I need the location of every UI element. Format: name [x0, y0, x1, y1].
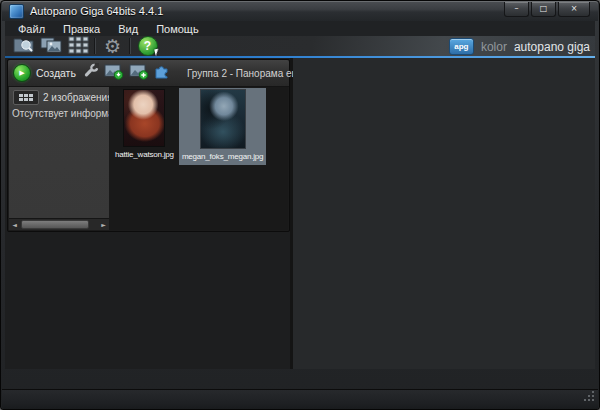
- thumbnail-cell-selected[interactable]: megan_foks_megan.jpg: [179, 88, 266, 165]
- group-info-panel: 2 изображения Отсутствует информация EXI…: [9, 87, 109, 219]
- close-button[interactable]: ×: [558, 2, 590, 17]
- import-images-button[interactable]: [104, 63, 124, 84]
- pictures-button[interactable]: [37, 36, 64, 56]
- brand-kolor: kolor: [481, 40, 507, 54]
- help-button[interactable]: ?: [134, 36, 161, 56]
- thumbnail-image: [201, 90, 245, 148]
- add-images-button[interactable]: [129, 63, 149, 84]
- horizontal-scrollbar[interactable]: ◄ ►: [9, 218, 109, 230]
- scrollbar-thumb[interactable]: [21, 220, 89, 229]
- brand-area: apg kolor autopano giga: [449, 38, 590, 55]
- minimize-button[interactable]: –: [504, 2, 529, 17]
- thumbnail-filename: megan_foks_megan.jpg: [182, 152, 263, 161]
- layout-grid-icon: [13, 90, 39, 105]
- wrench-icon: [83, 65, 99, 82]
- thumbnail-image: [124, 90, 164, 146]
- open-images-folder-icon: [12, 35, 36, 58]
- menu-edit[interactable]: Правка: [54, 23, 109, 35]
- play-icon: ▶: [19, 69, 24, 77]
- main-area: ▶ Создать: [5, 58, 595, 369]
- menu-view[interactable]: Вид: [109, 23, 147, 35]
- menu-file[interactable]: Файл: [9, 23, 54, 35]
- thumbnail-cell[interactable]: hattie_watson.jpg: [112, 88, 177, 163]
- scrollbar-track[interactable]: [20, 219, 98, 230]
- thumbnail-area: hattie_watson.jpg megan_foks_megan.jpg: [109, 87, 288, 230]
- groups-panel: ▶ Создать: [5, 58, 290, 369]
- open-images-button[interactable]: [10, 36, 37, 56]
- scroll-right-button[interactable]: ►: [98, 219, 109, 230]
- resize-grip[interactable]: [583, 388, 595, 406]
- window-controls: – □ ×: [504, 2, 590, 17]
- app-window: Autopano Giga 64bits 4.4.1 – □ × Файл Пр…: [0, 0, 600, 410]
- window-bottom-frame: [2, 389, 598, 409]
- image-count-label: 2 изображения: [43, 92, 109, 103]
- render-group-button[interactable]: ▶: [13, 64, 31, 82]
- thumbnail-filename: hattie_watson.jpg: [115, 150, 174, 159]
- toolbar-separator: [94, 38, 96, 54]
- settings-gear-icon: ⚙: [104, 37, 121, 56]
- exif-status-label: Отсутствует информация EXIF: [9, 107, 109, 119]
- create-label[interactable]: Создать: [36, 67, 76, 79]
- settings-button[interactable]: ⚙: [99, 36, 126, 56]
- toolbar-separator: [129, 38, 131, 54]
- maximize-button[interactable]: □: [531, 2, 556, 17]
- plugin-puzzle-icon: [154, 65, 170, 82]
- scroll-left-button[interactable]: ◄: [9, 219, 20, 230]
- image-import-icon: [104, 66, 124, 83]
- help-icon: ?: [138, 36, 158, 56]
- apg-logo: apg: [449, 38, 474, 55]
- group-settings-button[interactable]: [83, 63, 99, 83]
- group-toolbar: ▶ Создать: [8, 60, 289, 87]
- group-box: ▶ Создать: [7, 59, 290, 232]
- menu-bar: Файл Правка Вид Помощь: [5, 21, 595, 36]
- menu-help[interactable]: Помощь: [147, 23, 208, 35]
- image-add-icon: [129, 66, 149, 83]
- pictures-icon: [39, 35, 63, 58]
- plugins-button[interactable]: [154, 63, 170, 83]
- detect-grid-button[interactable]: [64, 36, 91, 56]
- window-title: Autopano Giga 64bits 4.4.1: [30, 5, 163, 17]
- panoramas-panel: Все панорамы ⚙ ▾ ×: [293, 58, 595, 369]
- question-glyph: ?: [144, 39, 151, 53]
- brand-product: autopano giga: [514, 40, 590, 54]
- title-bar[interactable]: Autopano Giga 64bits 4.4.1 – □ ×: [2, 1, 598, 21]
- app-icon: [9, 4, 24, 19]
- grid-detect-icon: [66, 35, 90, 58]
